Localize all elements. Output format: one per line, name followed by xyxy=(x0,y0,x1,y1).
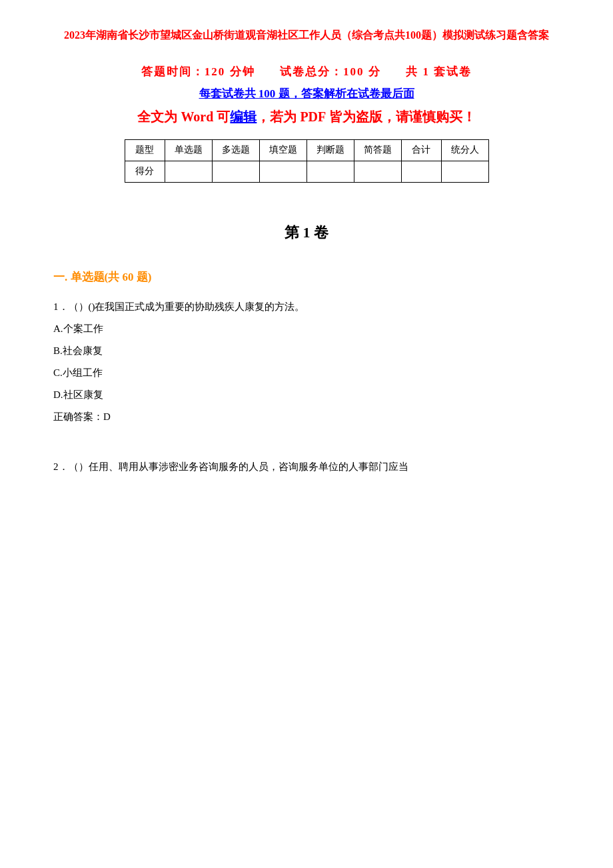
score-table-data-row: 得分 xyxy=(125,161,488,182)
volume-title: 第 1 卷 xyxy=(53,223,560,243)
score-table-section: 题型 单选题 多选题 填空题 判断题 简答题 合计 统分人 得分 xyxy=(53,139,560,183)
question-2: 2．（）任用、聘用从事涉密业务咨询服务的人员，咨询服务单位的人事部门应当 xyxy=(53,458,560,476)
question-1-option-d: D.社区康复 xyxy=(53,386,560,404)
exam-info-row: 答题时间：120 分钟 试卷总分：100 分 共 1 套试卷 xyxy=(53,64,560,79)
notice1: 每套试卷共 100 题，答案解析在试卷最后面 xyxy=(53,86,560,101)
notice2-ke: 编辑 xyxy=(230,109,257,124)
score-table-header-row: 题型 单选题 多选题 填空题 判断题 简答题 合计 统分人 xyxy=(125,139,488,161)
notice2: 全文为 Word 可编辑，若为 PDF 皆为盗版，请谨慎购买！ xyxy=(53,108,560,126)
question-1-text: 1．（）()在我国正式成为重要的协助残疾人康复的方法。 xyxy=(53,298,560,316)
total-label: 试卷总分：100 分 xyxy=(280,65,381,78)
score-total xyxy=(401,161,441,182)
score-table: 题型 单选题 多选题 填空题 判断题 简答题 合计 统分人 得分 xyxy=(125,139,489,183)
col-short: 简答题 xyxy=(354,139,401,161)
sets-label: 共 1 套试卷 xyxy=(406,65,472,78)
question-1: 1．（）()在我国正式成为重要的协助残疾人康复的方法。 A.个案工作 B.社会康… xyxy=(53,298,560,426)
col-type: 题型 xyxy=(125,139,165,161)
main-title: 2023年湖南省长沙市望城区金山桥街道观音湖社区工作人员（综合考点共100题）模… xyxy=(53,27,560,44)
row-score-label: 得分 xyxy=(125,161,165,182)
col-judge: 判断题 xyxy=(306,139,354,161)
score-fill xyxy=(259,161,306,182)
col-multi: 多选题 xyxy=(212,139,259,161)
question-2-text: 2．（）任用、聘用从事涉密业务咨询服务的人员，咨询服务单位的人事部门应当 xyxy=(53,458,560,476)
score-scorer xyxy=(441,161,488,182)
question-1-option-c: C.小组工作 xyxy=(53,364,560,382)
question-1-option-b: B.社会康复 xyxy=(53,342,560,360)
question-1-option-a: A.个案工作 xyxy=(53,320,560,338)
notice2-part1: 全文为 Word 可 xyxy=(137,109,230,124)
score-single xyxy=(165,161,212,182)
time-label: 答题时间：120 分钟 xyxy=(141,65,255,78)
col-scorer: 统分人 xyxy=(441,139,488,161)
col-fill: 填空题 xyxy=(259,139,306,161)
col-single: 单选题 xyxy=(165,139,212,161)
score-short xyxy=(354,161,401,182)
notice2-part2: ，若为 PDF 皆为盗版，请谨慎购买！ xyxy=(257,109,475,124)
question-1-answer: 正确答案：D xyxy=(53,408,560,426)
section1-title: 一. 单选题(共 60 题) xyxy=(53,269,560,285)
score-judge xyxy=(306,161,354,182)
score-multi xyxy=(212,161,259,182)
col-total: 合计 xyxy=(401,139,441,161)
